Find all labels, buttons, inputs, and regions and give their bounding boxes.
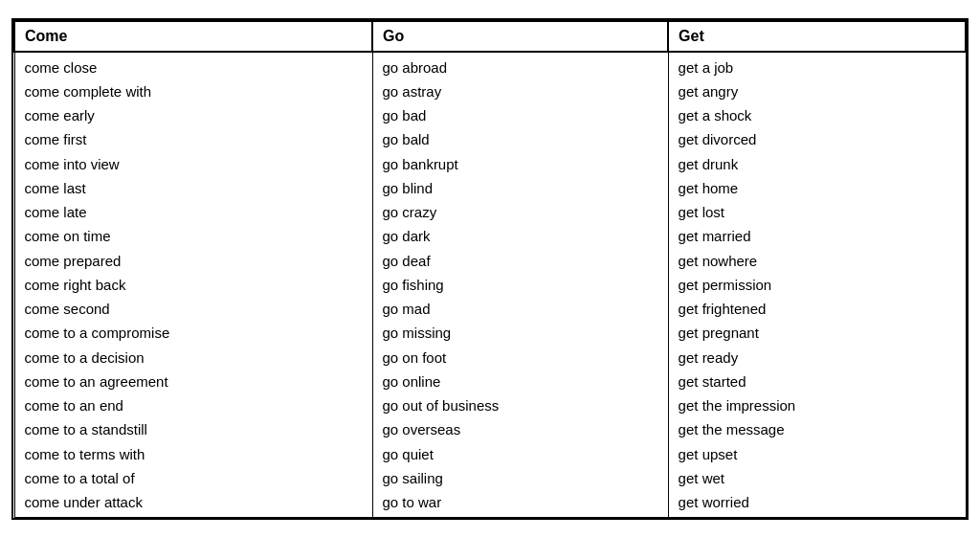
list-item: come early — [25, 103, 363, 127]
list-item: get married — [679, 224, 956, 248]
list-item: go on foot — [383, 346, 658, 370]
list-item: get lost — [679, 200, 956, 224]
list-item: get nowhere — [679, 249, 956, 273]
list-item: come to an end — [25, 393, 363, 417]
list-item: come to an agreement — [25, 370, 363, 393]
list-item: go abroad — [383, 56, 658, 79]
list-item: go quiet — [383, 442, 658, 466]
list-item: come on time — [25, 224, 363, 248]
list-item: go bald — [383, 127, 658, 151]
get-list: get a jobget angryget a shockget divorce… — [679, 56, 956, 515]
come-list: come closecome complete withcome earlyco… — [25, 56, 363, 515]
get-header: Get — [668, 21, 966, 52]
list-item: come prepared — [25, 249, 363, 273]
list-item: get a job — [679, 56, 956, 79]
list-item: go mad — [383, 297, 658, 321]
list-item: come close — [25, 56, 363, 79]
list-item: come to a total of — [25, 466, 363, 490]
go-list: go abroadgo astraygo badgo baldgo bankru… — [383, 56, 658, 515]
list-item: go deaf — [383, 249, 658, 273]
list-item: go missing — [383, 321, 658, 345]
list-item: get home — [679, 176, 956, 200]
list-item: get frightened — [679, 297, 956, 321]
come-column: come closecome complete withcome earlyco… — [14, 52, 372, 518]
list-item: get divorced — [679, 127, 956, 151]
list-item: go out of business — [383, 393, 658, 417]
list-item: get pregnant — [679, 321, 956, 345]
list-item: get worried — [679, 490, 956, 514]
list-item: get the impression — [679, 393, 956, 417]
main-table-container: Come Go Get come closecome complete with… — [11, 18, 969, 521]
list-item: get a shock — [679, 103, 956, 127]
list-item: get permission — [679, 273, 956, 297]
list-item: come to terms with — [25, 442, 363, 466]
list-item: go crazy — [383, 200, 658, 224]
list-item: get upset — [679, 442, 956, 466]
list-item: go online — [383, 370, 658, 393]
get-column: get a jobget angryget a shockget divorce… — [668, 52, 966, 518]
list-item: go dark — [383, 224, 658, 248]
list-item: come to a compromise — [25, 321, 363, 345]
list-item: get started — [679, 370, 956, 393]
table-row: come closecome complete withcome earlyco… — [14, 52, 966, 518]
list-item: come second — [25, 297, 363, 321]
list-item: get drunk — [679, 152, 956, 176]
go-column: go abroadgo astraygo badgo baldgo bankru… — [372, 52, 668, 518]
list-item: go sailing — [383, 466, 658, 490]
list-item: go bad — [383, 103, 658, 127]
list-item: come to a standstill — [25, 417, 363, 441]
collocations-table: Come Go Get come closecome complete with… — [13, 20, 967, 519]
list-item: get wet — [679, 466, 956, 490]
list-item: go bankrupt — [383, 152, 658, 176]
list-item: get ready — [679, 346, 956, 370]
list-item: come complete with — [25, 79, 363, 103]
come-header: Come — [14, 21, 372, 52]
list-item: come to a decision — [25, 346, 363, 370]
list-item: go fishing — [383, 273, 658, 297]
list-item: come right back — [25, 273, 363, 297]
list-item: come first — [25, 127, 363, 151]
list-item: get angry — [679, 79, 956, 103]
list-item: come under attack — [25, 490, 363, 514]
list-item: go to war — [383, 490, 658, 514]
list-item: go astray — [383, 79, 658, 103]
go-header: Go — [372, 21, 668, 52]
list-item: come last — [25, 176, 363, 200]
list-item: get the message — [679, 417, 956, 441]
list-item: go overseas — [383, 417, 658, 441]
list-item: come late — [25, 200, 363, 224]
list-item: come into view — [25, 152, 363, 176]
list-item: go blind — [383, 176, 658, 200]
